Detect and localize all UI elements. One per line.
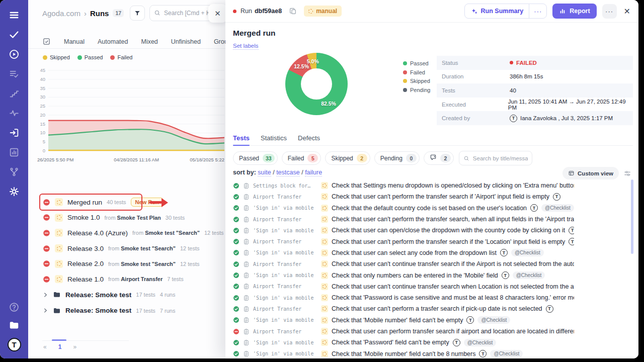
runs-tab-automated[interactable]: Automated: [98, 38, 128, 45]
checklist-tag[interactable]: @Checklist: [464, 339, 497, 346]
breadcrumb-section[interactable]: Runs: [90, 9, 109, 18]
menu-icon[interactable]: [9, 10, 20, 21]
run-list-item[interactable]: Merged run40 testsNew Run: [28, 195, 225, 210]
run-list-item[interactable]: Release 4.0 (Azure)from Smoke test "Sear…: [28, 225, 225, 241]
pagination-page-1[interactable]: 1: [58, 343, 62, 350]
run-name[interactable]: Release 1.0: [67, 276, 104, 283]
settings-gear-icon[interactable]: [9, 186, 20, 197]
test-title[interactable]: Check that 'Password' field can't be emp…: [332, 339, 449, 346]
test-title[interactable]: Check that user can't perform the transf…: [332, 193, 549, 200]
help-icon[interactable]: [9, 302, 20, 313]
milestones-icon[interactable]: [9, 88, 20, 99]
drawer-side-close-button[interactable]: ✕: [208, 4, 227, 23]
pulse-icon[interactable]: [9, 108, 20, 119]
filter-chip-skipped[interactable]: Skipped2: [325, 151, 370, 165]
test-title[interactable]: Check that 'Mobile number' field can't b…: [332, 350, 475, 357]
drawer-close-button[interactable]: ✕: [624, 7, 630, 16]
test-title[interactable]: Check that 'Password is case sensitive a…: [332, 294, 574, 301]
run-list-item[interactable]: Release 3.0from Smoke test "Search"12 te…: [28, 241, 225, 256]
test-row[interactable]: Airport TransferCheck that user can perf…: [233, 326, 574, 337]
test-row[interactable]: Airport TransferCheck that user can't co…: [233, 258, 574, 269]
set-labels-link[interactable]: Set labels: [233, 43, 259, 50]
test-title[interactable]: Check that user can't continue transfer …: [332, 260, 574, 267]
test-row[interactable]: 'Sign in' via mobileCheck that 'Mobile n…: [233, 348, 574, 358]
report-button[interactable]: Report: [552, 4, 596, 19]
runs-tab-mixed[interactable]: Mixed: [141, 38, 157, 45]
checklist-tag[interactable]: @Checklist: [513, 272, 545, 279]
tab-defects[interactable]: Defects: [298, 134, 320, 145]
custom-view-button[interactable]: Custom view: [562, 167, 619, 179]
run-group-row[interactable]: Release: Smoke test17 tests7 runs: [28, 303, 225, 319]
play-circle-icon[interactable]: [9, 49, 20, 60]
test-row[interactable]: 'Sign in' via mobileCheck that user can …: [233, 247, 574, 258]
filter-chip-comments[interactable]: 2: [424, 151, 454, 165]
run-name[interactable]: Smoke 1.0: [67, 214, 100, 221]
filter-button[interactable]: [130, 6, 145, 21]
run-name[interactable]: Release 4.0 (Azure): [67, 229, 128, 237]
test-title[interactable]: Check that only numbers can be entered i…: [332, 272, 498, 279]
pagination-next[interactable]: »: [73, 343, 76, 350]
run-name[interactable]: Release 3.0: [67, 245, 104, 252]
copy-icon[interactable]: [289, 7, 297, 15]
filter-chip-failed[interactable]: Failed5: [282, 151, 321, 165]
test-row[interactable]: Airport TransferCheck that user can't co…: [233, 281, 574, 292]
runs-tab-unfinished[interactable]: Unfinished: [171, 38, 201, 45]
runs-tab-manual[interactable]: Manual: [64, 38, 85, 45]
sort-link-suite[interactable]: suite: [258, 169, 271, 176]
test-title[interactable]: Check that 'Mobile number' field can't b…: [332, 317, 463, 324]
select-all-icon[interactable]: [42, 37, 51, 46]
tab-tests[interactable]: Tests: [233, 134, 250, 145]
test-row[interactable]: Airport TransferCheck that user can't pe…: [233, 214, 574, 225]
test-title[interactable]: Check that user can select any code from…: [332, 249, 497, 256]
chevron-right-icon[interactable]: [43, 308, 48, 313]
projects-folder-icon[interactable]: [9, 320, 20, 331]
breadcrumb-project[interactable]: Agoda.com: [42, 9, 80, 18]
sort-link-testcase[interactable]: testcase: [276, 169, 300, 176]
test-plans-icon[interactable]: [9, 68, 20, 79]
test-row[interactable]: 'Sign in' via mobileCheck that 'Password…: [233, 292, 574, 303]
filter-chip-passed[interactable]: Passed33: [233, 151, 278, 165]
run-name[interactable]: Release 2.0: [67, 260, 104, 267]
integrations-icon[interactable]: [9, 166, 20, 177]
checklist-tag[interactable]: @Checklist: [541, 204, 574, 212]
test-title[interactable]: Check that user can open/close the dropd…: [332, 227, 565, 234]
test-title[interactable]: Check that user can perform transfer sea…: [332, 328, 574, 335]
run-list-item[interactable]: Release 1.0from Airport Transfer7 tests: [28, 272, 225, 287]
test-title[interactable]: Check that user can't perform a trasfer …: [332, 305, 542, 312]
run-summary-more-button[interactable]: ···: [529, 4, 546, 18]
test-row[interactable]: Airport TransferCheck that user can't pe…: [233, 303, 574, 314]
reports-icon[interactable]: [9, 147, 20, 158]
test-row[interactable]: 'Sign in' via mobileCheck that user can …: [233, 225, 574, 236]
chevron-right-icon[interactable]: [43, 292, 48, 298]
test-row[interactable]: 'Sign in' via mobileCheck that 'Password…: [233, 337, 574, 348]
tests-search-input[interactable]: [459, 151, 532, 165]
tab-statistics[interactable]: Statistics: [261, 134, 287, 145]
run-group-row[interactable]: Release: Smoke test17 tests4 runs: [28, 287, 225, 303]
run-list-item[interactable]: Release 2.0from Smoke test "Search"12 te…: [28, 256, 225, 272]
run-summary-button[interactable]: Run Summary ···: [464, 4, 547, 19]
view-settings-icon[interactable]: [623, 169, 631, 177]
test-row[interactable]: 'Sign in' via mobileCheck that only numb…: [233, 269, 574, 281]
test-title[interactable]: Check that user can't perform the transf…: [332, 238, 565, 245]
filter-chip-pending[interactable]: Pending0: [374, 151, 420, 165]
test-title[interactable]: Check that user can't continue transfer …: [332, 283, 574, 290]
test-row[interactable]: Settings block for…Check that Settings m…: [233, 180, 574, 191]
scrollbar-thumb[interactable]: [631, 179, 633, 254]
sort-link-failure[interactable]: failure: [305, 169, 322, 176]
run-name[interactable]: Merged run: [67, 199, 102, 206]
checklist-tag[interactable]: @Checklist: [490, 350, 523, 357]
test-row[interactable]: 'Sign in' via mobileCheck that 'Mobile n…: [233, 315, 574, 326]
user-avatar[interactable]: T: [8, 338, 21, 351]
test-row[interactable]: Airport TransferCheck that user can't pe…: [233, 236, 574, 247]
test-row[interactable]: 'Sign in' via mobileCheck that the defau…: [233, 203, 574, 214]
test-title[interactable]: Check that user can't perform the transf…: [332, 216, 574, 223]
check-icon[interactable]: [9, 29, 20, 40]
test-title[interactable]: Check that Settings menu dropdown is ope…: [332, 182, 574, 189]
drawer-more-button[interactable]: ···: [602, 4, 617, 19]
pagination-prev[interactable]: «: [43, 343, 47, 350]
group-name[interactable]: Release: Smoke test: [65, 291, 131, 299]
checklist-tag[interactable]: @Checklist: [511, 249, 544, 256]
checklist-tag[interactable]: @Checklist: [477, 316, 510, 324]
test-title[interactable]: Check that the default country code is s…: [332, 205, 527, 212]
test-row[interactable]: Airport TransferCheck that user can't pe…: [233, 191, 574, 202]
